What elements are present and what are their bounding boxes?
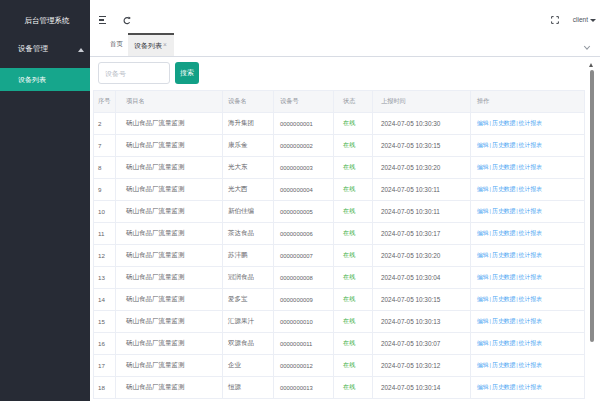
op-separator: | [516,208,518,214]
op-link-history[interactable]: 历史数据 [492,296,515,302]
table-row: 7砀山食品厂流量监测康乐金0000000002在线2024-07-05 10:3… [94,135,585,157]
op-link-history[interactable]: 历史数据 [492,274,515,280]
op-separator: | [516,318,518,324]
cell-project: 砀山食品厂流量监测 [116,377,223,399]
cell-device: 新伯佳编 [223,201,274,223]
close-icon[interactable]: × [163,41,170,48]
table-row: 10砀山食品厂流量监测新伯佳编0000000005在线2024-07-05 10… [94,201,585,223]
op-link-history[interactable]: 历史数据 [492,318,515,324]
op-link-edit[interactable]: 编辑 [477,384,489,390]
op-link-report[interactable]: 统计报表 [519,362,542,368]
cell-status: 在线 [334,179,373,201]
op-link-report[interactable]: 统计报表 [519,208,542,214]
cell-seq: 7 [94,135,116,157]
cell-time: 2024-07-05 10:30:20 [373,245,471,267]
tab-label: 设备列表 [134,41,162,51]
table-row: 11砀山食品厂流量监测茶达食品0000000006在线2024-07-05 10… [94,223,585,245]
op-link-edit[interactable]: 编辑 [477,340,489,346]
sidebar: 后台管理系统 设备管理 设备列表 [0,0,90,401]
op-link-history[interactable]: 历史数据 [492,230,515,236]
op-link-report[interactable]: 统计报表 [519,296,542,302]
op-link-edit[interactable]: 编辑 [477,274,489,280]
op-link-history[interactable]: 历史数据 [492,340,515,346]
op-link-history[interactable]: 历史数据 [492,362,515,368]
table-row: 2砀山食品厂流量监测海升集团0000000001在线2024-07-05 10:… [94,113,585,135]
cell-device-no: 0000000009 [274,289,334,311]
op-separator: | [516,120,518,126]
op-link-history[interactable]: 历史数据 [492,120,515,126]
op-link-edit[interactable]: 编辑 [477,120,489,126]
cell-device: 汇源果汁 [223,311,274,333]
scrollbar-thumb[interactable] [590,70,594,342]
refresh-icon[interactable] [123,16,131,25]
op-link-report[interactable]: 统计报表 [519,120,542,126]
cell-device-no: 0000000010 [274,311,334,333]
tab-home[interactable]: 首页 [110,33,123,56]
op-link-report[interactable]: 统计报表 [519,384,542,390]
cell-status: 在线 [334,201,373,223]
cell-time: 2024-07-05 10:30:30 [373,113,471,135]
cell-status: 在线 [334,113,373,135]
cell-operations: 编辑|历史数据|统计报表 [471,179,585,201]
cell-time: 2024-07-05 10:30:15 [373,289,471,311]
cell-time: 2024-07-05 10:30:11 [373,179,471,201]
caret-up-icon [78,48,84,52]
search-input[interactable] [98,62,170,84]
op-link-history[interactable]: 历史数据 [492,142,515,148]
op-link-history[interactable]: 历史数据 [492,186,515,192]
op-link-report[interactable]: 统计报表 [519,142,542,148]
search-button[interactable]: 搜索 [175,62,199,84]
op-link-edit[interactable]: 编辑 [477,296,489,302]
tab-device-list[interactable]: 设备列表 × [128,33,174,56]
cell-operations: 编辑|历史数据|统计报表 [471,355,585,377]
op-link-history[interactable]: 历史数据 [492,208,515,214]
op-link-edit[interactable]: 编辑 [477,164,489,170]
status-badge: 在线 [343,361,355,368]
op-link-report[interactable]: 统计报表 [519,340,542,346]
op-link-report[interactable]: 统计报表 [519,164,542,170]
cell-device: 光大东 [223,157,274,179]
column-header: 状态 [334,91,373,113]
op-link-edit[interactable]: 编辑 [477,318,489,324]
op-link-edit[interactable]: 编辑 [477,362,489,368]
op-link-edit[interactable]: 编辑 [477,230,489,236]
column-header: 项目名 [116,91,223,113]
op-link-history[interactable]: 历史数据 [492,252,515,258]
cell-operations: 编辑|历史数据|统计报表 [471,267,585,289]
op-link-edit[interactable]: 编辑 [477,208,489,214]
op-link-edit[interactable]: 编辑 [477,252,489,258]
cell-device-no: 0000000013 [274,377,334,399]
op-separator: | [490,340,492,346]
op-separator: | [516,296,518,302]
op-link-report[interactable]: 统计报表 [519,318,542,324]
cell-project: 砀山食品厂流量监测 [116,157,223,179]
hamburger-icon[interactable] [99,16,107,24]
op-separator: | [490,296,492,302]
cell-seq: 17 [94,355,116,377]
scrollbar-up-arrow[interactable] [589,63,593,67]
cell-time: 2024-07-05 10:30:15 [373,135,471,157]
op-link-report[interactable]: 统计报表 [519,252,542,258]
sidebar-item-device-list[interactable]: 设备列表 [0,68,90,91]
op-separator: | [490,164,492,170]
chevron-down-icon[interactable] [583,45,591,51]
fullscreen-icon[interactable] [551,16,559,24]
op-link-report[interactable]: 统计报表 [519,186,542,192]
op-separator: | [516,362,518,368]
cell-project: 砀山食品厂流量监测 [116,179,223,201]
op-link-history[interactable]: 历史数据 [492,164,515,170]
user-dropdown[interactable]: client [573,16,596,25]
sidebar-item-device-management[interactable]: 设备管理 [0,36,90,64]
op-separator: | [490,362,492,368]
cell-device-no: 0000000006 [274,223,334,245]
cell-device-no: 0000000008 [274,267,334,289]
op-link-edit[interactable]: 编辑 [477,142,489,148]
status-badge: 在线 [343,141,355,148]
cell-time: 2024-07-05 10:30:20 [373,157,471,179]
op-link-history[interactable]: 历史数据 [492,384,515,390]
status-badge: 在线 [343,317,355,324]
op-link-report[interactable]: 统计报表 [519,230,542,236]
op-link-edit[interactable]: 编辑 [477,186,489,192]
op-link-report[interactable]: 统计报表 [519,274,542,280]
status-badge: 在线 [343,383,355,390]
